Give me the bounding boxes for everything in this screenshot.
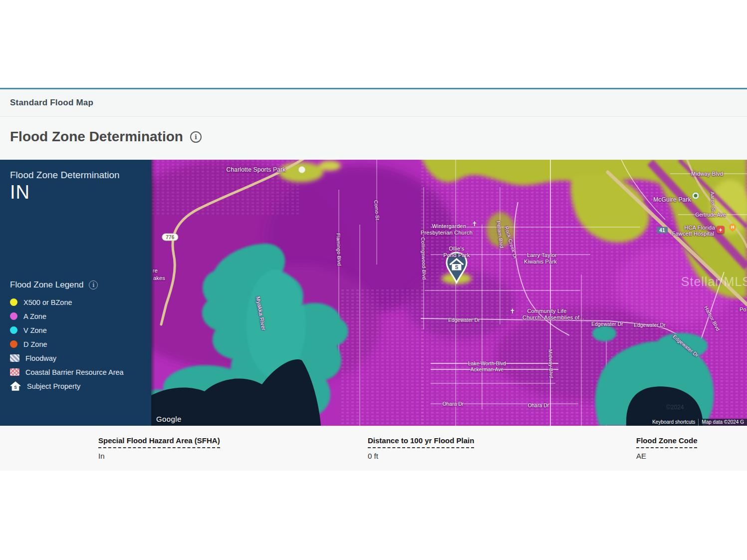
legend-item-d-zone: D Zone (10, 339, 124, 349)
legend-info-icon[interactable] (89, 280, 98, 289)
legend-label: D Zone (23, 340, 47, 348)
stellar-mls-watermark: Stellar MLS (681, 275, 747, 289)
map-label: Lake Worth Blvd (468, 361, 506, 366)
marker-letter: S (455, 265, 459, 270)
legend-label: Subject Property (27, 382, 80, 390)
map-label: Community Life (527, 308, 566, 314)
field-label-sfha: Special Flood Hazard Area (SFHA) (98, 436, 220, 448)
field-label-distance-100yr: Distance to 100 yr Flood Plain (368, 436, 474, 448)
copyright-watermark: ©2024 (666, 404, 684, 411)
legend-title-text: Flood Zone Legend (10, 280, 83, 290)
legend-label: V Zone (23, 326, 47, 334)
keyboard-shortcuts-button[interactable]: Keyboard shortcuts (649, 419, 698, 426)
legend-label: Coastal Barrier Resource Area (25, 368, 124, 376)
legend-item-subject-property: SSubject Property (10, 381, 124, 391)
svg-text:S: S (14, 385, 17, 390)
map-label: Gertrude Ave (695, 212, 726, 218)
legend-title: Flood Zone Legend (10, 280, 98, 290)
map-label: Presbyterian Church (421, 230, 473, 236)
a-zone-swatch-icon (10, 312, 17, 320)
coastal-barrier-swatch-icon (10, 368, 19, 376)
flood-summary-strip: Special Flood Hazard Area (SFHA)InDistan… (0, 426, 747, 471)
map-label: Pond Park (443, 252, 470, 258)
map-label: Charlotte Sports Park (227, 166, 286, 173)
field-sfha: Special Flood Hazard Area (SFHA)In (98, 436, 220, 460)
church-icon: ✝ (472, 220, 478, 228)
field-label-flood-zone-code: Flood Zone Code (636, 436, 697, 448)
map-label: McGuire Park (653, 196, 691, 203)
map-label: Fawcett Hospital (672, 231, 715, 237)
flood-map-tab-bar: Standard Flood Map (0, 89, 747, 117)
d-zone-swatch-icon (10, 340, 17, 348)
map-label: Midway Blvd (547, 349, 554, 379)
map-label: Ackerman Ave (471, 367, 504, 372)
google-logo[interactable]: Google (156, 415, 182, 423)
page-title: Flood Zone Determination (10, 129, 202, 145)
legend-label: Floodway (25, 354, 56, 362)
determination-value: IN (10, 182, 30, 203)
map-label: Church- Assemblies of... (522, 314, 584, 320)
map-label: Wintergarden (432, 223, 466, 229)
subject-property-house-icon: S (10, 381, 21, 391)
map-label: Larry Taylor (527, 252, 557, 258)
page-title-text: Flood Zone Determination (10, 129, 183, 145)
map-attribution: Keyboard shortcuts Map data ©2024 G (649, 419, 747, 426)
map-label: Ohara Dr (443, 401, 464, 407)
church-icon: ✝ (510, 307, 515, 315)
legend-label: A Zone (23, 312, 46, 320)
map-data-attribution[interactable]: Map data ©2024 G (698, 419, 747, 426)
stadium-icon (298, 166, 305, 173)
field-value-distance-100yr: 0 ft (368, 452, 474, 460)
field-distance-100yr: Distance to 100 yr Flood Plain0 ft (368, 436, 474, 460)
map-label: Kiwanis Park (524, 259, 557, 265)
legend-items: X500 or BZoneA ZoneV ZoneD ZoneFloodwayC… (10, 297, 124, 391)
legend-label: X500 or BZone (23, 298, 72, 306)
legend-item-x500-bzone: X500 or BZone (10, 297, 124, 307)
legend-item-floodway: Floodway (10, 353, 124, 363)
floodway-hatch-icon (10, 354, 19, 362)
map-label: Edgewater Dr (591, 321, 623, 327)
map-label: Flamingo Blvd (335, 233, 342, 266)
legend-item-coastal-barrier: Coastal Barrier Resource Area (10, 367, 124, 377)
determination-label: Flood Zone Determination (10, 170, 120, 181)
map-label: HCA Florida (684, 225, 715, 231)
info-icon[interactable] (190, 131, 202, 143)
map-label: akes (153, 275, 165, 281)
map-label: Midway Blvd (691, 171, 723, 177)
map-label: re (153, 268, 158, 274)
v-zone-swatch-icon (10, 326, 17, 334)
map-label: Po (740, 306, 747, 312)
field-value-sfha: In (98, 452, 220, 460)
map-label: Edgewater Dr (634, 322, 666, 328)
tab-standard-flood-map[interactable]: Standard Flood Map (10, 98, 93, 108)
map-label: Edgewater Dr (448, 317, 480, 323)
map-label: 41 (657, 227, 668, 234)
legend-item-a-zone: A Zone (10, 311, 124, 321)
map-label: 776 (162, 234, 178, 241)
flood-map-canvas[interactable]: S Google Stellar MLS ©2024 Keyboard shor… (151, 160, 747, 426)
map-label: Ollie's (449, 246, 464, 252)
legend-item-v-zone: V Zone (10, 325, 124, 335)
field-flood-zone-code: Flood Zone CodeAE (636, 436, 697, 460)
park-icon (692, 192, 700, 200)
hospital-icon: + (717, 226, 725, 234)
map-label: Ohara Dr (528, 403, 549, 408)
field-value-flood-zone-code: AE (636, 452, 697, 460)
flood-zone-sidebar: Flood Zone Determination IN Flood Zone L… (0, 160, 151, 426)
x500-bzone-swatch-icon (10, 298, 17, 306)
